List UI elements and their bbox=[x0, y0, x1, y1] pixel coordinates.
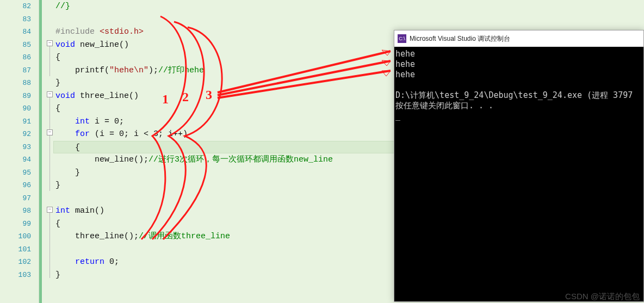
code-text: ); bbox=[148, 66, 158, 75]
console-line: hehe bbox=[395, 49, 415, 59]
code-text: new_line() bbox=[75, 40, 129, 50]
fold-toggle-icon[interactable] bbox=[47, 207, 53, 213]
fold-line bbox=[49, 97, 50, 191]
console-output[interactable]: hehe hehe hehe D:\计算机\test_9_24\Debug\te… bbox=[394, 47, 643, 123]
code-text: main() bbox=[70, 206, 104, 215]
console-cursor: _ bbox=[395, 111, 400, 121]
fold-toggle-icon[interactable] bbox=[47, 40, 53, 46]
code-text: three_line() bbox=[75, 91, 139, 101]
code-text: //} bbox=[55, 2, 70, 11]
code-text: } bbox=[55, 270, 60, 280]
console-icon: C:\ bbox=[398, 34, 406, 43]
console-line: 按任意键关闭此窗口. . . bbox=[395, 101, 493, 110]
line-number: 99 bbox=[0, 218, 39, 231]
code-text: (i = 0; i < 3; i++) bbox=[90, 129, 188, 139]
line-number: 90 bbox=[0, 102, 39, 115]
fold-line bbox=[49, 46, 50, 76]
code-text: i = 0; bbox=[90, 117, 124, 126]
console-window: C:\ Microsoft Visual Studio 调试控制台 hehe h… bbox=[394, 30, 644, 302]
line-number: 88 bbox=[0, 77, 39, 90]
console-titlebar[interactable]: C:\ Microsoft Visual Studio 调试控制台 bbox=[394, 30, 643, 47]
code-text: { bbox=[55, 104, 60, 113]
code-text: new_line(); bbox=[55, 155, 148, 164]
code-text: 0; bbox=[104, 257, 119, 267]
fold-toggle-icon[interactable] bbox=[47, 91, 53, 97]
change-marker bbox=[39, 0, 42, 303]
code-text: } bbox=[55, 181, 60, 190]
console-title: Microsoft Visual Studio 调试控制台 bbox=[410, 34, 510, 44]
console-line: hehe bbox=[395, 70, 415, 79]
line-number: 102 bbox=[0, 256, 39, 269]
code-text: <stdio.h> bbox=[100, 27, 144, 36]
line-number: 97 bbox=[0, 192, 39, 205]
line-number: 93 bbox=[0, 141, 39, 154]
line-number: 83 bbox=[0, 13, 39, 26]
fold-toggle-icon[interactable] bbox=[47, 129, 53, 135]
code-text: return bbox=[55, 257, 104, 267]
line-number: 91 bbox=[0, 115, 39, 128]
line-number: 82 bbox=[0, 0, 39, 13]
code-text: int bbox=[55, 117, 90, 126]
line-number: 94 bbox=[0, 153, 39, 166]
line-number: 92 bbox=[0, 128, 39, 141]
code-text: int bbox=[55, 206, 70, 215]
line-number: 96 bbox=[0, 179, 39, 192]
line-number-gutter: 82 83 84 85 86 87 88 89 90 91 92 93 94 9… bbox=[0, 0, 39, 303]
line-number: 98 bbox=[0, 205, 39, 218]
code-text: { bbox=[55, 143, 80, 152]
line-number: 86 bbox=[0, 51, 39, 64]
code-text: } bbox=[55, 168, 80, 177]
line-number: 100 bbox=[0, 230, 39, 243]
code-text: "hehe bbox=[109, 66, 134, 75]
line-number: 101 bbox=[0, 243, 39, 256]
watermark: CSDN @诺诺的包包 bbox=[565, 292, 640, 302]
code-text: } bbox=[55, 78, 60, 88]
line-number: 85 bbox=[0, 39, 39, 52]
line-number: 89 bbox=[0, 90, 39, 103]
line-number: 87 bbox=[0, 64, 39, 77]
code-text: void bbox=[55, 40, 75, 50]
console-line: D:\计算机\test_9_24\Debug\test_9_24.exe (进程… bbox=[395, 90, 633, 100]
code-text: \n bbox=[134, 66, 144, 75]
code-text: //调用函数three_line bbox=[139, 232, 230, 241]
code-text: void bbox=[55, 91, 75, 101]
line-number: 103 bbox=[0, 269, 39, 282]
code-text: #include bbox=[55, 27, 100, 36]
code-text: printf( bbox=[55, 66, 109, 75]
code-text: { bbox=[55, 53, 60, 62]
console-line: hehe bbox=[395, 59, 415, 69]
code-text: " bbox=[144, 66, 148, 75]
code-text: three_line(); bbox=[55, 232, 139, 241]
fold-line bbox=[49, 213, 50, 278]
code-text: //打印hehe bbox=[158, 66, 204, 75]
code-text: for bbox=[55, 129, 90, 139]
line-number: 95 bbox=[0, 166, 39, 180]
line-number: 84 bbox=[0, 26, 39, 39]
code-text: //进行3次循环，每一次循环都调用函数new_line bbox=[148, 155, 333, 164]
code-text: { bbox=[55, 219, 60, 228]
